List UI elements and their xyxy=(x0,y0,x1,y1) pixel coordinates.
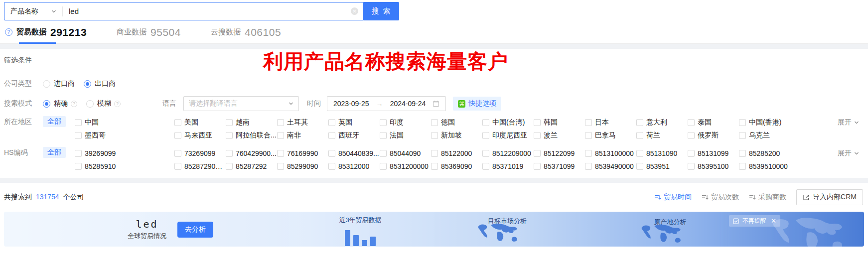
checkbox-icon[interactable] xyxy=(226,132,233,139)
question-circle-icon[interactable]: ? xyxy=(5,28,12,36)
checkbox-icon[interactable] xyxy=(739,119,746,126)
hs-code-checkbox[interactable]: 73269099 xyxy=(174,149,226,157)
checkbox-icon[interactable] xyxy=(534,150,541,157)
checkbox-icon[interactable] xyxy=(380,119,387,126)
checkbox-icon[interactable] xyxy=(739,150,746,157)
checkbox-icon[interactable] xyxy=(585,163,592,170)
checkbox-icon[interactable] xyxy=(380,163,387,170)
checkbox-icon[interactable] xyxy=(739,132,746,139)
hs-code-checkbox[interactable]: 8512209000 xyxy=(482,149,534,157)
checkbox-icon[interactable] xyxy=(431,132,438,139)
checkbox-icon[interactable] xyxy=(739,163,746,170)
quick-options-button[interactable]: ⌘ 快捷选项 xyxy=(453,97,501,111)
region-checkbox[interactable]: 法国 xyxy=(380,131,431,140)
region-checkbox[interactable]: 西班牙 xyxy=(328,131,380,140)
hs-code-checkbox[interactable]: 85299090 xyxy=(277,162,328,170)
hs-code-checkbox[interactable]: 85122000 xyxy=(431,149,482,157)
hs-code-checkbox[interactable]: 39269099 xyxy=(75,149,174,157)
checkbox-icon[interactable] xyxy=(328,150,335,157)
tab-cloud-search-data[interactable]: 云搜数据 406105 xyxy=(211,21,281,43)
date-range-picker[interactable]: 2023-09-25 → 2024-09-24 xyxy=(327,96,446,111)
hs-code-checkbox[interactable]: 85287292 xyxy=(226,162,277,170)
hs-code-checkbox[interactable]: 8539510000 xyxy=(739,162,790,170)
checkbox-icon[interactable] xyxy=(75,150,82,157)
checkbox-icon[interactable] xyxy=(75,119,82,126)
region-checkbox[interactable]: 印度尼西亚 xyxy=(482,131,534,140)
checkbox-icon[interactable] xyxy=(636,132,643,139)
region-checkbox[interactable]: 俄罗斯 xyxy=(688,131,739,140)
checkbox-icon[interactable] xyxy=(174,150,181,157)
checkbox-icon[interactable] xyxy=(585,150,592,157)
radio-exporter[interactable]: 出口商 xyxy=(84,79,116,88)
hs-all-chip[interactable]: 全部 xyxy=(43,147,66,158)
checkbox-icon[interactable] xyxy=(75,163,82,170)
checkbox-icon[interactable] xyxy=(482,132,489,139)
checkbox-icon[interactable] xyxy=(482,119,489,126)
region-expand-link[interactable]: 展开 xyxy=(838,118,859,127)
checkbox-icon[interactable] xyxy=(534,119,541,126)
region-checkbox[interactable]: 中国 xyxy=(75,118,174,127)
checkbox-icon[interactable] xyxy=(226,119,233,126)
checkbox-icon[interactable] xyxy=(226,163,233,170)
checkbox-icon[interactable] xyxy=(431,163,438,170)
checkbox-icon[interactable] xyxy=(277,150,284,157)
hs-code-checkbox[interactable]: 853951 xyxy=(636,162,688,170)
checkbox-icon[interactable] xyxy=(226,150,233,157)
region-checkbox[interactable]: 新加坡 xyxy=(431,131,482,140)
checkbox-icon[interactable] xyxy=(534,132,541,139)
tab-trade-data[interactable]: ? 贸易数据 291213 xyxy=(5,21,87,43)
language-select[interactable]: 请选择翻译语言 xyxy=(183,96,299,111)
region-checkbox[interactable]: 马来西亚 xyxy=(174,131,226,140)
checkbox-icon[interactable] xyxy=(277,132,284,139)
checkbox-icon[interactable] xyxy=(328,163,335,170)
region-checkbox[interactable]: 南非 xyxy=(277,131,328,140)
sort-trade-count[interactable]: 贸易次数 xyxy=(702,193,739,202)
checkbox-icon[interactable] xyxy=(431,119,438,126)
hs-code-checkbox[interactable]: 85395100 xyxy=(688,162,739,170)
info-circle-icon[interactable]: ? xyxy=(71,101,77,107)
hs-code-checkbox[interactable]: 8513100000 xyxy=(585,149,636,157)
checkbox-icon[interactable] xyxy=(174,132,181,139)
sort-buyer-count[interactable]: 采购商数 xyxy=(749,193,786,202)
checkbox-icon[interactable] xyxy=(636,119,643,126)
checkbox-icon[interactable] xyxy=(534,163,541,170)
checkbox-icon[interactable] xyxy=(482,163,489,170)
region-checkbox[interactable]: 波兰 xyxy=(534,131,585,140)
hs-code-checkbox[interactable]: 85369090 xyxy=(431,162,482,170)
info-circle-icon[interactable]: ? xyxy=(114,101,121,107)
checkbox-icon[interactable] xyxy=(380,150,387,157)
hs-code-checkbox[interactable]: 850440839... xyxy=(328,149,380,157)
region-checkbox[interactable]: 土耳其 xyxy=(277,118,328,127)
search-button[interactable]: 搜 索 xyxy=(364,2,399,20)
region-checkbox[interactable]: 中国(台湾) xyxy=(482,118,534,127)
checkbox-icon[interactable] xyxy=(482,150,489,157)
region-checkbox[interactable]: 印度 xyxy=(380,118,431,127)
region-checkbox[interactable]: 中国(香港) xyxy=(739,118,790,127)
radio-exact-mode[interactable]: 精确 xyxy=(43,99,68,108)
hs-code-checkbox[interactable]: 8539490000 xyxy=(585,162,636,170)
checkbox-icon[interactable] xyxy=(174,163,181,170)
region-checkbox[interactable]: 日本 xyxy=(585,118,636,127)
checkbox-icon[interactable] xyxy=(585,132,592,139)
checkbox-icon[interactable] xyxy=(380,132,387,139)
hs-expand-link[interactable]: 展开 xyxy=(838,149,859,158)
dismiss-banner-control[interactable]: 不再提醒 ✕ xyxy=(729,215,780,227)
hs-code-checkbox[interactable]: 8531200000 xyxy=(380,162,431,170)
checkbox-icon[interactable] xyxy=(688,119,695,126)
checkbox-icon[interactable] xyxy=(431,150,438,157)
checkbox-icon[interactable] xyxy=(277,119,284,126)
checkbox-icon[interactable] xyxy=(174,119,181,126)
hs-code-checkbox[interactable]: 85287290000 xyxy=(174,162,226,170)
date-end[interactable]: 2024-09-24 xyxy=(390,100,426,108)
checkbox-icon[interactable] xyxy=(688,132,695,139)
checkbox-icon[interactable] xyxy=(636,150,643,157)
tab-business-data[interactable]: 商业数据 95504 xyxy=(117,21,181,43)
checkbox-icon[interactable] xyxy=(328,119,335,126)
hs-code-checkbox[interactable]: 85131099 xyxy=(688,149,739,157)
hs-code-checkbox[interactable]: 76169990 xyxy=(277,149,328,157)
region-checkbox[interactable]: 韩国 xyxy=(534,118,585,127)
checkbox-icon[interactable] xyxy=(328,132,335,139)
region-checkbox[interactable]: 泰国 xyxy=(688,118,739,127)
hs-code-checkbox[interactable]: 85131090 xyxy=(636,149,688,157)
radio-importer[interactable]: 进口商 xyxy=(43,79,75,88)
